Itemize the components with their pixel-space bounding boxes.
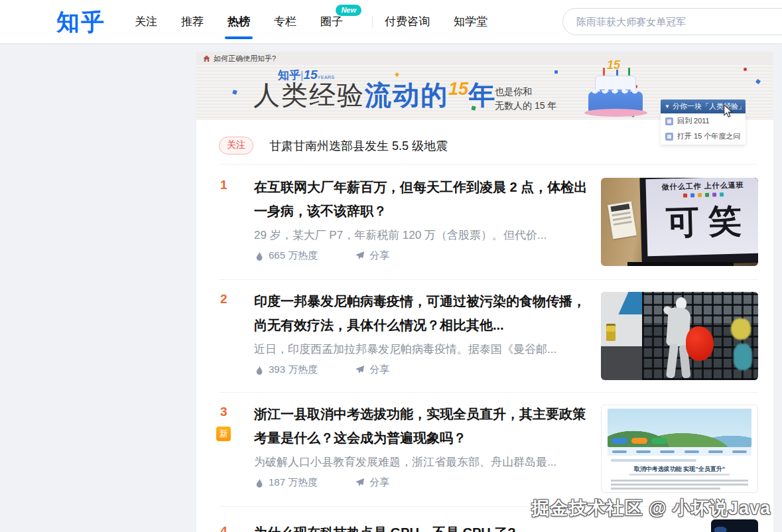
- tab-paid-consult[interactable]: 付费咨询: [385, 14, 430, 29]
- divider: [219, 164, 757, 165]
- divider: [219, 392, 757, 393]
- hot-list-item[interactable]: 2 印度一邦暴发尼帕病毒疫情，可通过被污染的食物传播，尚无有效疗法，具体什么情况…: [196, 290, 773, 393]
- question-thumbnail[interactable]: 取消中考选拔功能 实现“全员直升”: [601, 405, 758, 493]
- share-icon: [355, 365, 365, 375]
- question-title[interactable]: 为什么现在科技热点是 GPU，不是 CPU 了?: [254, 521, 590, 532]
- new-tag-badge: 新: [216, 427, 231, 441]
- nav-divider: [372, 16, 373, 28]
- camera-icon: [665, 133, 673, 141]
- zhihu-logo[interactable]: 知乎: [56, 7, 105, 38]
- rank-number: 2: [220, 292, 228, 306]
- tab-zhixuetang[interactable]: 知学堂: [454, 14, 488, 29]
- red-bag: [686, 326, 714, 361]
- rank-number: 1: [220, 178, 228, 192]
- new-badge: New: [336, 5, 361, 16]
- banner-notice-link[interactable]: 如何正确使用知乎?: [196, 52, 773, 65]
- share-button[interactable]: 分享: [369, 249, 389, 262]
- webpage-header-photo: [608, 409, 751, 447]
- heat-count: 187 万热度: [269, 476, 318, 489]
- license-plate: [606, 324, 616, 341]
- item-meta: 393 万热度 分享: [254, 364, 590, 376]
- question-excerpt: 29 岁，某大厂 P7，年薪税前 120 万（含股票）。但代价...: [254, 228, 590, 243]
- heat-flame-icon: [254, 251, 264, 261]
- webpage-navbar: [608, 447, 751, 456]
- banner-menu-panel: 回到 2011 打开 15 个年度之问: [661, 113, 746, 145]
- anniversary-banner[interactable]: 知乎|15YEARS 人类经验流动的15年 也是你和 无数人的 15 年 15: [196, 65, 773, 120]
- tab-circles[interactable]: 圈子 New: [320, 14, 343, 29]
- desktop-icons: [646, 192, 758, 199]
- heat-count: 393 万热度: [269, 364, 318, 376]
- tab-recommend[interactable]: 推荐: [181, 14, 204, 29]
- item-meta: 187 万热度 分享: [254, 476, 590, 489]
- tab-column[interactable]: 专栏: [274, 14, 296, 29]
- share-icon: [355, 251, 365, 261]
- question-thumbnail[interactable]: [711, 519, 758, 532]
- banner-notice-text: 如何正确使用知乎?: [214, 54, 276, 64]
- tab-circles-label: 圈子: [320, 15, 343, 28]
- hot-list-item[interactable]: 4 为什么现在科技热点是 GPU，不是 CPU 了?: [196, 518, 773, 532]
- wallpaper-big-text: 可笑: [646, 198, 758, 245]
- shipping-label: [608, 202, 637, 239]
- question-excerpt: 为破解人口小县教育发展难题，浙江省最东部、舟山群岛最...: [254, 454, 590, 470]
- question-thumbnail[interactable]: [601, 292, 758, 380]
- webpage-article-title: 取消中考选拔功能 实现“全员直升”: [602, 465, 757, 474]
- hot-list-card: 如何正确使用知乎? 知乎|15YEARS 人类经验流动的15年 也是你和 无数人…: [196, 52, 773, 532]
- monitor: 做什么工作 上什么逼班 可笑: [639, 178, 758, 265]
- tab-hot[interactable]: 热榜: [228, 14, 250, 29]
- follow-news-row[interactable]: 关注 甘肃甘南州迭部县发生 5.5 级地震: [219, 137, 448, 155]
- wallpaper-top-text: 做什么工作 上什么逼班: [646, 180, 758, 192]
- rank-number: 4: [220, 524, 228, 532]
- follow-badge: 关注: [219, 137, 253, 155]
- banner-menu-item-questions[interactable]: 打开 15 个年度之问: [661, 129, 746, 144]
- heat-flame-icon: [254, 478, 264, 488]
- question-title[interactable]: 在互联网大厂年薪百万，但每天工作到凌晨 2 点，体检出一身病，该不该辞职？: [254, 176, 590, 223]
- heat-count: 665 万热度: [269, 249, 318, 262]
- question-excerpt: 近日，印度西孟加拉邦暴发尼帕病毒疫情。据泰国《曼谷邮...: [254, 342, 590, 357]
- divider: [219, 506, 757, 507]
- share-button[interactable]: 分享: [369, 476, 389, 489]
- question-title[interactable]: 浙江一县取消中考选拔功能，实现全员直升，其主要政策考量是什么？这会成为普遍现象吗…: [254, 403, 590, 450]
- mouse-cursor-icon: [723, 105, 734, 118]
- rank-number: 3: [220, 405, 228, 419]
- follow-news-title[interactable]: 甘肃甘南州迭部县发生 5.5 级地震: [269, 138, 448, 154]
- banner-headline: 人类经验流动的15年: [253, 77, 495, 113]
- top-navbar: 知乎 关注 推荐 热榜 专栏 圈子 New 付费咨询 知学堂: [0, 0, 782, 43]
- share-icon: [355, 478, 365, 488]
- divider: [219, 279, 757, 280]
- question-title[interactable]: 印度一邦暴发尼帕病毒疫情，可通过被污染的食物传播，尚无有效疗法，具体什么情况？相…: [254, 290, 590, 337]
- chevron-down-icon: ▼: [665, 103, 670, 109]
- hot-list-item[interactable]: 1 在互联网大厂年薪百万，但每天工作到凌晨 2 点，体检出一身病，该不该辞职？ …: [196, 176, 773, 279]
- question-thumbnail[interactable]: 做什么工作 上什么逼班 可笑: [601, 178, 758, 266]
- search-input[interactable]: [562, 8, 782, 35]
- camera-icon: [665, 117, 673, 125]
- item-meta: 665 万热度 分享: [254, 249, 590, 262]
- banner-subline: 也是你和 无数人的 15 年: [495, 85, 556, 113]
- tab-follow[interactable]: 关注: [135, 14, 157, 29]
- heat-flame-icon: [254, 365, 264, 375]
- birthday-cake-illustration: 15: [578, 58, 654, 121]
- share-button[interactable]: 分享: [369, 364, 389, 376]
- main-nav: 关注 推荐 热榜 专栏 圈子 New 付费咨询 知学堂: [135, 0, 511, 43]
- home-icon: [203, 55, 210, 62]
- hot-list-item[interactable]: 3 新 浙江一县取消中考选拔功能，实现全员直升，其主要政策考量是什么？这会成为普…: [196, 403, 773, 506]
